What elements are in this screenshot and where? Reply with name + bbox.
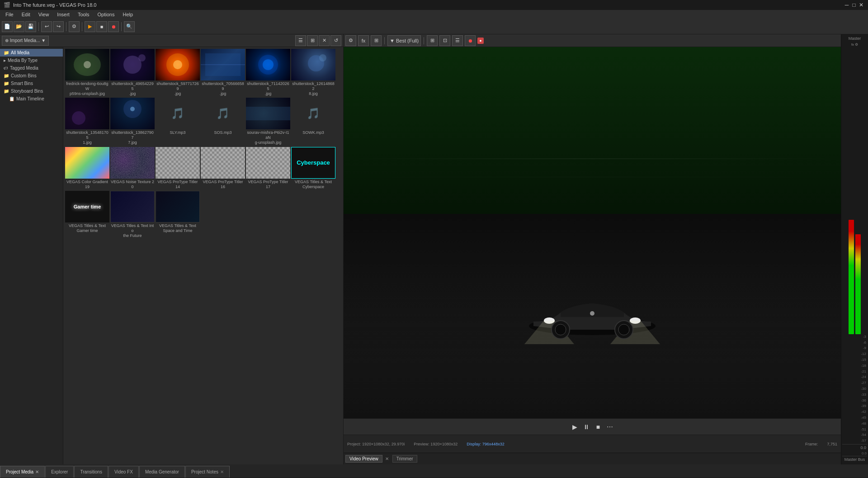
close-btn[interactable]: ✕ — [858, 2, 864, 8]
sidebar-item-custom-bins[interactable]: 📁 Custom Bins — [0, 72, 63, 80]
loop-btn[interactable]: ⋯ — [605, 422, 614, 431]
sidebar-item-smart-bins[interactable]: 📁 Smart Bins — [0, 80, 63, 87]
storyboard-bins-label: Storyboard Bins — [11, 89, 43, 94]
preview-settings-btn[interactable]: ⚙ — [345, 35, 356, 46]
tab-explorer[interactable]: Explorer — [45, 466, 74, 478]
menu-view[interactable]: View — [35, 11, 53, 18]
title-text: Into The future.veg - VEGAS Pro 18.0 — [13, 2, 96, 8]
undo-btn[interactable]: ↩ — [41, 21, 52, 32]
tab-project-notes-close[interactable]: ✕ — [220, 469, 224, 474]
tab-project-media-close[interactable]: ✕ — [35, 469, 39, 474]
vu-bar-left — [849, 220, 854, 334]
tab-media-generator[interactable]: Media Generator — [139, 466, 185, 478]
media-item-shutterstock-3[interactable]: shutterstock_705666589.jpg — [201, 49, 245, 97]
import-media-btn[interactable]: ⊕ Import Media... ▼ — [2, 36, 49, 46]
media-item-protype-16[interactable]: VEGAS ProType Titler 16 — [201, 147, 245, 190]
preview-fx-btn[interactable]: fx — [358, 35, 369, 46]
pause-btn[interactable]: ⏸ — [582, 422, 591, 431]
media-item-cyberspace[interactable]: Cyberspace VEGAS Titles & TextCyberspace — [291, 147, 335, 190]
project-info: Project: 1920×1080x32, 29.970i — [347, 442, 405, 446]
save-btn[interactable]: 💾 — [25, 21, 36, 32]
render-btn[interactable]: ▶ — [85, 21, 95, 32]
media-refresh-btn[interactable]: ↺ — [330, 35, 341, 46]
svg-point-9 — [263, 59, 274, 70]
media-item-sourav[interactable]: sourav-mishra-P6i2v-I1aNg-unsplash.jpg — [246, 98, 290, 146]
sidebar-item-storyboard-bins[interactable]: 📁 Storyboard Bins — [0, 87, 63, 95]
media-view-btn[interactable]: ☰ — [295, 35, 306, 46]
svg-point-25 — [618, 324, 629, 335]
vu-panel: Master fx ⚙ -3-6-9-12-15-18-21-24-27-30-… — [841, 34, 868, 464]
record-btn[interactable]: ⏺ — [108, 21, 119, 32]
menu-edit[interactable]: Edit — [18, 11, 34, 18]
sidebar-item-media-by-type[interactable]: ▸ Media By Type — [0, 57, 63, 64]
sidebar-item-main-timeline[interactable]: 📋 Main Timeline — [0, 95, 63, 103]
open-btn[interactable]: 📂 — [14, 21, 24, 32]
sidebar-item-tagged-media[interactable]: 🏷 Tagged Media — [0, 64, 63, 72]
preview-record-btn[interactable]: ⏺ — [465, 35, 476, 46]
media-item-into-future[interactable]: VEGAS Titles & Text Intothe Future — [110, 191, 155, 239]
menu-file[interactable]: File — [2, 11, 17, 18]
media-label-color-gradient: VEGAS Color Gradient 19 — [65, 179, 109, 190]
sidebar-tree: 📁 All Media ▸ Media By Type 🏷 Tagged Med… — [0, 47, 63, 464]
media-item-gamer-time[interactable]: Gamer time VEGAS Titles & TextGamer time — [65, 191, 109, 239]
properties-btn[interactable]: ⚙ — [69, 21, 80, 32]
stop-preview-btn[interactable]: ■ — [594, 422, 603, 431]
media-detail-btn[interactable]: ⊞ — [307, 35, 318, 46]
smart-bins-icon: 📁 — [4, 81, 9, 86]
sep2 — [424, 37, 424, 44]
zoom-btn[interactable]: 🔍 — [124, 21, 135, 32]
media-item-shutterstock-2[interactable]: shutterstock_597717269.jpg — [156, 49, 200, 97]
media-remove-btn[interactable]: ✕ — [319, 35, 330, 46]
media-item-color-gradient[interactable]: VEGAS Color Gradient 19 — [65, 147, 109, 190]
svg-point-5 — [173, 60, 182, 69]
vu-value: 0.0 — [842, 444, 867, 451]
media-label-cyberspace: VEGAS Titles & TextCyberspace — [291, 179, 335, 190]
media-item-sos[interactable]: 🎵 SOS.mp3 — [201, 98, 245, 146]
menu-insert[interactable]: Insert — [53, 11, 73, 18]
vu-fx-icon[interactable]: fx — [851, 43, 854, 47]
tab-video-fx[interactable]: Video FX — [108, 466, 139, 478]
tab-project-notes[interactable]: Project Notes ✕ — [185, 466, 230, 478]
sidebar-item-all-media[interactable]: 📁 All Media — [0, 49, 63, 57]
media-item-fredrick[interactable]: fredrick-tendong-6ou8gWp59ns-unsplash.jp… — [65, 49, 109, 97]
preview-channels-btn[interactable]: ☰ — [452, 35, 463, 46]
preview-zoom-btn[interactable]: ⊡ — [439, 35, 450, 46]
media-row-2: shutterstock_1354817051.jpg shutterstock… — [65, 98, 341, 146]
media-grid: fredrick-tendong-6ou8gWp59ns-unsplash.jp… — [63, 47, 343, 464]
media-item-protype-17[interactable]: VEGAS ProType Titler 17 — [246, 147, 290, 190]
media-item-sly[interactable]: 🎵 SLY.mp3 — [156, 98, 200, 146]
media-item-noise-texture[interactable]: VEGAS Noise Texture 20 — [110, 147, 155, 190]
vu-master-label: Master — [842, 36, 867, 41]
media-item-shutterstock-7[interactable]: shutterstock_1386279077.jpg — [110, 98, 155, 146]
vu-settings-icon[interactable]: ⚙ — [855, 43, 858, 47]
tab-trimmer[interactable]: Trimmer — [392, 455, 417, 463]
quality-btn[interactable]: ▼ Best (Full) — [387, 35, 421, 46]
media-item-shutterstock-6[interactable]: shutterstock_1354817051.jpg — [65, 98, 109, 146]
new-btn[interactable]: 📄 — [2, 21, 13, 32]
maximize-btn[interactable]: □ — [851, 2, 857, 8]
play-btn[interactable]: ▶ — [570, 422, 579, 431]
menu-help[interactable]: Help — [119, 11, 137, 18]
menu-options[interactable]: Options — [94, 11, 118, 18]
media-item-sowk[interactable]: 🎵 SOWK.mp3 — [291, 98, 335, 146]
preview-snap-btn[interactable]: ⊞ — [371, 35, 382, 46]
titlebar-controls[interactable]: ─ □ ✕ — [844, 2, 864, 8]
tab-project-media[interactable]: Project Media ✕ — [0, 466, 45, 478]
minimize-btn[interactable]: ─ — [844, 2, 850, 8]
media-item-space-time[interactable]: VEGAS Titles & TextSpace and Time — [156, 191, 200, 239]
stop-btn[interactable]: ■ — [96, 21, 107, 32]
vu-bar-right — [855, 234, 861, 334]
tab-media-generator-label: Media Generator — [145, 469, 179, 474]
tab-video-preview[interactable]: Video Preview — [345, 455, 382, 463]
media-item-shutterstock-4[interactable]: shutterstock_711420265.jpg — [246, 49, 290, 97]
tab-transitions[interactable]: Transitions — [74, 466, 108, 478]
media-label-s7: shutterstock_1386279077.jpg — [110, 129, 155, 146]
titlebar-left: 🎬 Into The future.veg - VEGAS Pro 18.0 — [4, 2, 96, 8]
media-item-protype-14[interactable]: VEGAS ProType Titler 14 — [156, 147, 200, 190]
menu-tools[interactable]: Tools — [74, 11, 93, 18]
media-item-shutterstock-1[interactable]: shutterstock_496542295.jpg — [110, 49, 155, 97]
preview-overlay-btn[interactable]: ⊞ — [427, 35, 438, 46]
redo-btn[interactable]: ↪ — [53, 21, 64, 32]
close-preview-tab[interactable]: ✕ — [383, 455, 391, 462]
media-item-shutterstock-5[interactable]: shutterstock_1261486828.jpg — [291, 49, 335, 97]
